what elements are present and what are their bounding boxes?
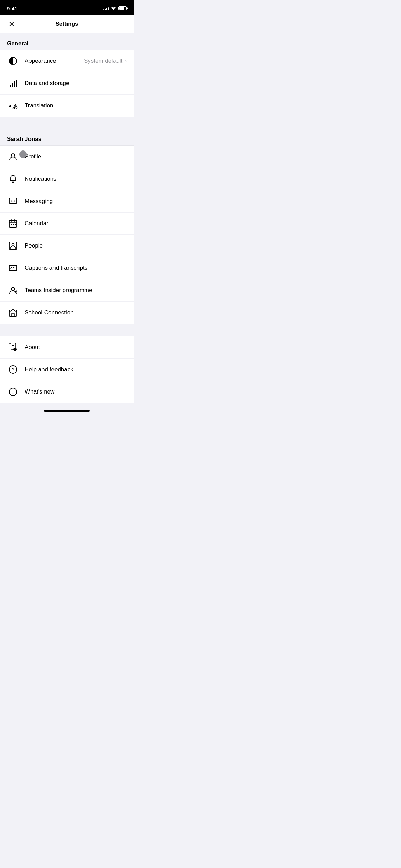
home-indicator-container	[0, 410, 134, 414]
bottom-spacer	[0, 403, 134, 410]
svg-rect-18	[11, 224, 12, 225]
people-icon	[7, 240, 19, 252]
notifications-item[interactable]: Notifications	[0, 168, 134, 190]
calendar-label: Calendar	[25, 220, 127, 227]
insider-label: Teams Insider programme	[25, 287, 127, 294]
translation-icon: a あ	[7, 99, 19, 112]
people-item[interactable]: People	[0, 235, 134, 257]
svg-point-11	[11, 201, 12, 202]
general-section: General Appearance System default ›	[0, 33, 134, 117]
appearance-value: System default	[84, 58, 122, 64]
about-icon: i	[7, 341, 19, 353]
svg-rect-31	[12, 345, 14, 346]
account-section: Sarah Jonas Profile	[0, 129, 134, 324]
school-icon	[7, 306, 19, 319]
help-icon: ?	[7, 363, 19, 376]
data-storage-item[interactable]: Data and storage	[0, 72, 134, 95]
people-label: People	[25, 242, 127, 249]
captions-icon: CC	[7, 262, 19, 274]
svg-rect-4	[12, 83, 13, 87]
svg-rect-19	[13, 224, 14, 225]
svg-text:a: a	[9, 103, 11, 108]
svg-rect-6	[16, 80, 17, 87]
whats-new-icon	[7, 386, 19, 398]
notifications-label: Notifications	[25, 176, 127, 182]
home-indicator	[44, 410, 90, 412]
status-time: 9:41	[7, 5, 17, 11]
insider-item[interactable]: Teams Insider programme	[0, 279, 134, 302]
profile-icon	[7, 150, 19, 163]
close-button[interactable]	[7, 19, 16, 29]
help-label: Help and feedback	[25, 366, 127, 373]
svg-point-25	[11, 287, 15, 291]
school-item[interactable]: School Connection	[0, 302, 134, 324]
translation-item[interactable]: a あ Translation	[0, 95, 134, 117]
page-title: Settings	[55, 21, 78, 27]
svg-point-12	[13, 201, 14, 202]
calendar-item[interactable]: Calendar	[0, 213, 134, 235]
messaging-item[interactable]: Messaging	[0, 190, 134, 213]
appearance-icon	[7, 55, 19, 67]
svg-point-22	[12, 244, 14, 246]
svg-rect-32	[12, 347, 14, 347]
svg-rect-5	[14, 81, 15, 87]
nav-bar: Settings	[0, 15, 134, 33]
svg-text:あ: あ	[12, 104, 18, 109]
signal-icon	[103, 7, 109, 10]
about-label: About	[25, 344, 127, 351]
battery-icon	[118, 6, 127, 10]
captions-item[interactable]: CC Captions and transcripts	[0, 257, 134, 279]
profile-label: Profile	[25, 153, 127, 160]
svg-text:i: i	[15, 349, 15, 351]
status-bar: 9:41	[0, 0, 134, 15]
svg-point-9	[11, 154, 15, 157]
profile-item[interactable]: Profile	[0, 146, 134, 168]
svg-rect-20	[15, 224, 16, 225]
captions-label: Captions and transcripts	[25, 265, 127, 272]
whats-new-label: What's new	[25, 388, 127, 395]
svg-text:?: ?	[12, 367, 15, 372]
svg-rect-3	[10, 85, 11, 87]
svg-point-39	[13, 393, 13, 394]
general-settings-list: Appearance System default › Data and sto…	[0, 50, 134, 117]
section-divider-1	[0, 117, 134, 129]
bottom-section: i About ? Help and feedback	[0, 336, 134, 403]
data-storage-icon	[7, 77, 19, 89]
school-label: School Connection	[25, 309, 127, 316]
notifications-icon	[7, 173, 19, 185]
data-storage-label: Data and storage	[25, 80, 127, 87]
messaging-icon	[7, 195, 19, 207]
general-section-header: General	[0, 33, 134, 50]
about-item[interactable]: i About	[0, 336, 134, 359]
help-item[interactable]: ? Help and feedback	[0, 359, 134, 381]
account-section-header: Sarah Jonas	[0, 129, 134, 145]
status-icons	[103, 6, 127, 11]
profile-bubble	[19, 150, 27, 158]
wifi-icon	[111, 6, 116, 11]
appearance-label: Appearance	[25, 58, 84, 64]
appearance-chevron: ›	[125, 58, 127, 64]
messaging-label: Messaging	[25, 198, 127, 205]
translation-label: Translation	[25, 102, 127, 109]
whats-new-item[interactable]: What's new	[0, 381, 134, 403]
svg-point-13	[14, 201, 15, 202]
settings-content: General Appearance System default ›	[0, 33, 134, 414]
account-settings-list: Profile Notifications	[0, 145, 134, 324]
svg-rect-27	[12, 313, 14, 316]
bottom-settings-list: i About ? Help and feedback	[0, 336, 134, 403]
svg-text:CC: CC	[10, 267, 15, 270]
insider-icon	[7, 284, 19, 297]
calendar-icon	[7, 217, 19, 230]
appearance-item[interactable]: Appearance System default ›	[0, 50, 134, 72]
section-divider-2	[0, 324, 134, 336]
